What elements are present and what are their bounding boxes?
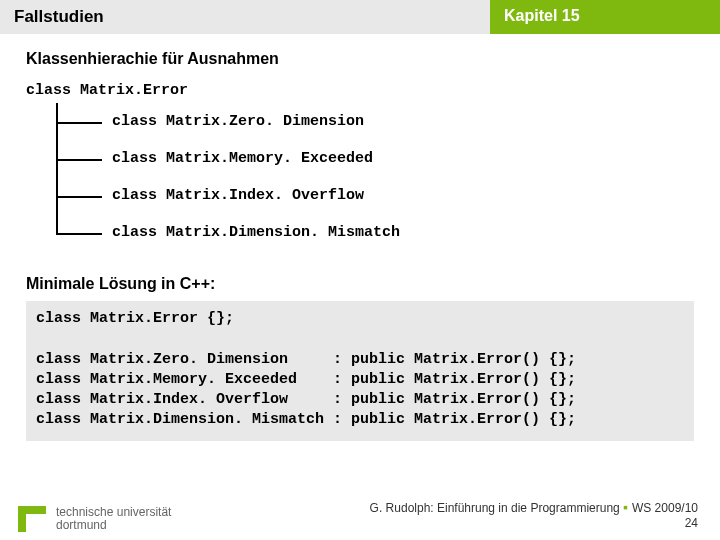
header-title-right: Kapitel 15 bbox=[490, 0, 720, 34]
tu-logo-icon bbox=[18, 506, 46, 532]
header-title-left: Fallstudien bbox=[0, 0, 490, 34]
tree-node: class Matrix.Dimension. Mismatch bbox=[56, 214, 694, 251]
tree-node: class Matrix.Index. Overflow bbox=[56, 177, 694, 214]
footer-credits: G. Rudolph: Einführung in die Programmie… bbox=[370, 498, 698, 532]
separator-dot-icon: ▪ bbox=[623, 499, 632, 515]
section-heading: Klassenhierachie für Ausnahmen bbox=[26, 50, 694, 68]
slide-content: Klassenhierachie für Ausnahmen class Mat… bbox=[0, 34, 720, 441]
tree-node: class Matrix.Memory. Exceeded bbox=[56, 140, 694, 177]
term-label: WS 2009/10 bbox=[632, 501, 698, 515]
slide-header: Fallstudien Kapitel 15 bbox=[0, 0, 720, 34]
slide-footer: technische universität dortmund G. Rudol… bbox=[0, 498, 720, 532]
university-logo: technische universität dortmund bbox=[18, 506, 171, 532]
page-number: 24 bbox=[685, 516, 698, 530]
root-class-label: class Matrix.Error bbox=[26, 82, 694, 99]
author-line: G. Rudolph: Einführung in die Programmie… bbox=[370, 501, 620, 515]
university-name: technische universität dortmund bbox=[56, 506, 171, 532]
class-tree: class Matrix.Zero. Dimension class Matri… bbox=[56, 103, 694, 251]
tree-node: class Matrix.Zero. Dimension bbox=[56, 103, 694, 140]
code-block: class Matrix.Error {}; class Matrix.Zero… bbox=[26, 301, 694, 441]
section-heading-2: Minimale Lösung in C++: bbox=[26, 275, 694, 293]
